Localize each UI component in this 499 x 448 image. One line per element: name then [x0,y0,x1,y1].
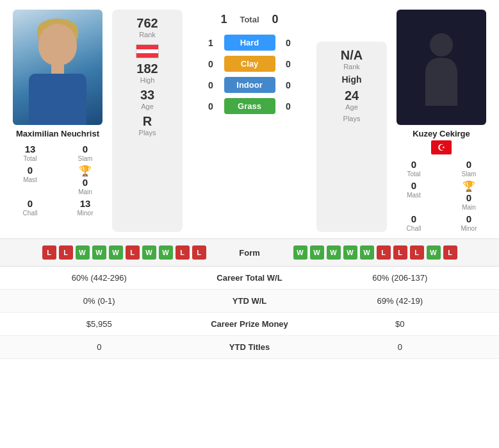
player-left-stats: 13 Total 0 Slam 0 Mast 🏆 0 Main 0 [6,144,109,217]
surface-row-clay: 0 Clay 0 [189,56,310,72]
rank-value-left: 762 [136,16,158,31]
high-label-left: High [140,76,155,84]
stats-left-2: $5,955 [13,319,186,329]
minor-value-left: 13 [80,198,91,209]
age-label-right: Age [345,103,358,111]
slam-label-right: Slam [462,170,477,178]
player-right-name: Kuzey Cekirge [413,129,470,138]
form-right: W W W W W L L L W L [293,245,490,260]
stat-slam-right: 0 Slam [445,159,493,178]
stat-main-right: 🏆 0 Main [445,180,493,211]
player-left: Maximilian Neuchrist 13 Total 0 Slam 0 M… [6,10,109,232]
total-label-right: Total [407,170,420,178]
hard-score-left: 1 [203,38,219,48]
slam-label-left: Slam [78,155,93,162]
main-container: Maximilian Neuchrist 13 Total 0 Slam 0 M… [0,0,499,359]
clay-button[interactable]: Clay [224,56,275,72]
flag-left [136,45,159,58]
form-badge-right-4: W [360,245,374,260]
high-block-left: 182 High [117,62,177,84]
rank-block-left: 762 Rank [117,16,177,38]
form-left: L L W W W L W W L L [10,245,206,260]
chall-label-right: Chall [407,225,421,232]
player-left-name: Maximilian Neuchrist [16,129,99,138]
stat-mast-right: 0 Mast [390,180,438,211]
stats-left-3: 0 [13,342,186,352]
mast-value-right: 0 [411,180,416,191]
hard-score-right: 0 [281,38,297,48]
stats-label-0: Career Total W/L [186,273,314,283]
stats-label-1: YTD W/L [186,296,314,306]
stats-label-3: YTD Titles [186,342,314,352]
player-photo-right [397,10,486,125]
total-value-left: 13 [25,144,36,154]
indoor-button[interactable]: Indoor [224,77,275,93]
stat-mast-left: 0 Mast [6,165,54,195]
form-badge-left-0: L [42,245,56,260]
hard-button[interactable]: Hard [224,35,275,51]
stats-right-1: 69% (42-19) [314,296,487,306]
main-value-left: 0 [83,177,88,188]
form-badge-right-6: L [393,245,407,260]
high-block-right: High [322,74,382,85]
stats-left-1: 0% (0-1) [13,296,186,306]
total-label: Total [240,15,259,24]
stats-row-3: 0 YTD Titles 0 [0,336,499,359]
stats-right-3: 0 [314,342,487,352]
form-badge-left-3: W [92,245,106,260]
surface-row-indoor: 0 Indoor 0 [189,77,310,93]
total-value-right: 0 [411,159,416,170]
mast-value-left: 0 [28,165,33,176]
flag-turkey [431,140,452,154]
grass-score-right: 0 [281,101,297,112]
plays-block-left: R Plays [117,114,177,137]
chall-value-right: 0 [411,213,416,224]
stat-slam-left: 0 Slam [61,144,109,162]
slam-value-left: 0 [83,144,88,154]
form-badge-right-8: W [427,245,441,260]
high-value-right: High [341,74,361,85]
stats-right-0: 60% (206-137) [314,273,487,283]
form-badge-left-6: W [142,245,156,260]
trophy-icon-right: 🏆 [462,180,475,192]
stat-minor-left: 13 Minor [61,198,109,217]
neck-decoration [51,62,64,75]
stats-row-0: 60% (442-296) Career Total W/L 60% (206-… [0,267,499,290]
minor-value-right: 0 [466,213,471,224]
stats-label-2: Career Prize Money [186,319,314,329]
form-badge-left-7: W [159,245,173,260]
form-badge-left-8: L [176,245,190,260]
chall-label-left: Chall [23,210,38,217]
total-score-right: 0 [266,13,285,26]
main-value-right: 0 [466,192,471,203]
body-decoration [29,74,86,125]
form-section: L L W W W L W W L L Form W W W W W L L L… [0,238,499,266]
stat-minor-right: 0 Minor [445,213,493,232]
age-block-right: 24 Age [322,88,382,111]
clay-score-left: 0 [203,59,219,69]
face-decoration [38,24,77,65]
plays-value-left: R [143,114,152,129]
high-value-left: 182 [136,62,158,76]
player-right-stats: 0 Total 0 Slam 0 Mast 🏆 0 Main 0 [390,159,493,232]
plays-block-right: Plays [322,115,382,122]
stat-chall-right: 0 Chall [390,213,438,232]
form-badge-right-2: W [327,245,341,260]
stats-right-2: $0 [314,319,487,329]
rank-block-right: N/A Rank [322,48,382,71]
form-label: Form [211,248,288,258]
form-badge-left-4: W [109,245,123,260]
form-badge-left-9: L [192,245,206,260]
chall-value-left: 0 [28,198,33,209]
age-block-left: 33 Age [117,88,177,110]
surface-row-hard: 1 Hard 0 [189,35,310,51]
plays-label-right: Plays [343,115,361,122]
flag-right [431,141,452,154]
middle-section: 1 Total 0 1 Hard 0 0 Clay 0 0 Indoor 0 0 [186,10,313,232]
grass-score-left: 0 [203,101,219,112]
plays-label-left: Plays [139,129,156,137]
silhouette-right [416,29,467,106]
stat-chall-left: 0 Chall [6,198,54,217]
grass-button[interactable]: Grass [224,98,275,114]
rank-label-right: Rank [343,63,360,71]
